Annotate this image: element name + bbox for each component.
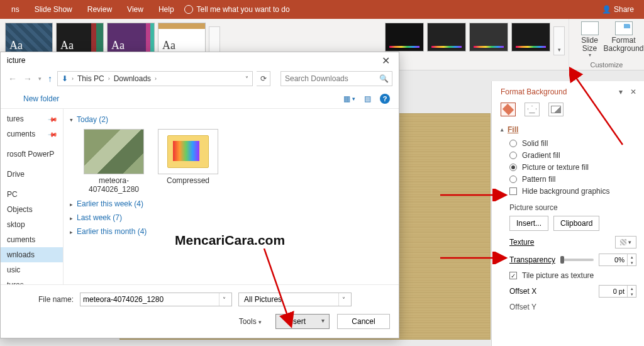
help-icon[interactable]: ? <box>380 94 390 104</box>
variant-thumb[interactable] <box>427 23 466 52</box>
sidebar-item[interactable]: tures📌 <box>1 111 63 126</box>
pin-icon: 📌 <box>48 129 58 139</box>
panel-dropdown-icon[interactable]: ▾ <box>619 87 623 96</box>
section-fill[interactable]: Fill <box>501 125 636 134</box>
variant-thumb[interactable] <box>385 23 424 52</box>
offset-y-label: Offset Y <box>509 303 536 311</box>
file-item[interactable]: meteora-4074026_1280 <box>84 129 144 194</box>
format-background-label: Format Background <box>603 36 643 53</box>
sidebar-item[interactable]: sktop <box>1 217 63 232</box>
new-folder-button[interactable]: New folder <box>9 94 59 103</box>
nav-fwd-icon[interactable]: → <box>22 74 33 84</box>
breadcrumb[interactable]: ⬇ › This PC › Downloads › ˅ <box>57 71 253 86</box>
insert-picture-dialog: icture ✕ ← → ▾ ↑ ⬇ › This PC › Downloads… <box>0 52 399 338</box>
downloads-folder-icon: ⬇ <box>62 74 68 83</box>
format-background-button[interactable]: Format Background <box>609 21 639 59</box>
view-mode-dropdown[interactable]: ▦ ▾ <box>343 94 355 103</box>
sidebar-item[interactable]: tures <box>1 277 63 284</box>
lightbulb-icon <box>184 5 193 14</box>
sidebar-item[interactable]: cuments <box>1 232 63 247</box>
chevron-down-icon[interactable]: ˅ <box>338 293 348 306</box>
file-item[interactable]: Compressed <box>158 129 218 194</box>
close-icon[interactable]: ✕ <box>379 55 392 67</box>
transparency-label: Transparency <box>509 255 555 264</box>
panel-title: Format Background <box>501 87 567 96</box>
sidebar-item[interactable]: cuments📌 <box>1 126 63 142</box>
sidebar-item[interactable]: usic <box>1 262 63 277</box>
folder-icon <box>158 129 218 174</box>
preview-pane-button[interactable]: ▤ <box>364 94 371 103</box>
group-last-week[interactable]: ▸Last week (7) <box>70 213 392 222</box>
offset-x-label: Offset X <box>509 287 536 296</box>
chevron-right-icon: › <box>72 75 74 82</box>
ribbon-tab[interactable]: ns <box>4 0 27 19</box>
filename-label: File name: <box>38 295 74 304</box>
chevron-down-icon[interactable]: ▾ <box>37 75 43 82</box>
breadcrumb-seg[interactable]: Downloads <box>114 74 151 83</box>
variant-thumb[interactable] <box>511 23 550 52</box>
fill-tab-icon[interactable] <box>501 103 516 116</box>
effects-tab-icon[interactable] <box>525 103 540 116</box>
chevron-down-icon[interactable]: ˅ <box>219 293 229 306</box>
check-hide-graphics[interactable]: Hide background graphics <box>509 187 636 196</box>
theme-aa: Aa <box>162 39 175 52</box>
search-input[interactable]: 🔍 <box>280 71 392 86</box>
tell-me-label: Tell me what you want to do <box>197 5 290 14</box>
file-name: meteora-4074026_1280 <box>84 177 144 194</box>
image-thumbnail-icon <box>84 129 144 174</box>
ribbon-tab-view[interactable]: View <box>119 0 151 19</box>
group-today[interactable]: ▸Today (2) <box>70 115 392 124</box>
ribbon-tab-help[interactable]: Help <box>151 0 182 19</box>
nav-back-icon[interactable]: ← <box>7 74 18 84</box>
chevron-down-icon[interactable]: ˅ <box>245 75 248 82</box>
file-list: ▸Today (2) meteora-4074026_1280 Compress… <box>64 109 399 284</box>
offset-x-spinner[interactable]: ▴▾ <box>599 285 636 298</box>
nav-up-icon[interactable]: ↑ <box>47 74 53 84</box>
file-type-dropdown[interactable]: All Pictures ˅ <box>238 293 352 306</box>
radio-picture-fill[interactable]: Picture or texture fill <box>509 163 636 172</box>
picture-tab-icon[interactable] <box>548 103 564 116</box>
sidebar-item[interactable]: rosoft PowerP <box>1 147 63 162</box>
ribbon-tab-review[interactable]: Review <box>80 0 119 19</box>
refresh-icon[interactable]: ⟳ <box>257 71 270 86</box>
transparency-spinner[interactable]: ▴▾ <box>599 254 636 266</box>
breadcrumb-seg[interactable]: This PC <box>77 74 104 83</box>
sidebar-item[interactable]: Objects <box>1 202 63 217</box>
variants-more-button[interactable]: ▾ <box>553 26 565 55</box>
variant-thumb[interactable] <box>469 23 508 52</box>
cancel-button[interactable]: Cancel <box>337 314 390 329</box>
radio-gradient-fill[interactable]: Gradient fill <box>509 151 636 160</box>
filename-input[interactable]: ˅ <box>80 293 232 306</box>
insert-button[interactable]: Insert ▾ <box>275 314 330 329</box>
sidebar-item[interactable]: PC <box>1 187 63 202</box>
sidebar-item-downloads[interactable]: wnloads <box>1 247 63 262</box>
chevron-right-icon: › <box>155 75 157 82</box>
group-earlier-week[interactable]: ▸Earlier this week (4) <box>70 199 392 208</box>
tools-dropdown[interactable]: Tools ▾ <box>239 317 262 326</box>
customize-group: Slide Size ▾ Format Background Customize <box>569 19 644 70</box>
texture-label: Texture <box>509 238 534 247</box>
sidebar-item[interactable]: Drive <box>1 167 63 182</box>
tell-me[interactable]: Tell me what you want to do <box>184 5 290 14</box>
share-label: Share <box>614 5 634 14</box>
slide-size-button[interactable]: Slide Size ▾ <box>575 21 605 59</box>
ribbon-tab-slideshow[interactable]: Slide Show <box>27 0 80 19</box>
panel-close-icon[interactable]: ✕ <box>630 87 636 96</box>
radio-pattern-fill[interactable]: Pattern fill <box>509 175 636 184</box>
check-tile[interactable]: Tile picture as texture <box>509 271 636 280</box>
texture-dropdown[interactable]: ▾ <box>615 236 636 248</box>
share-button[interactable]: 👤 Share <box>602 5 640 14</box>
clipboard-button[interactable]: Clipboard <box>553 216 599 231</box>
chevron-down-icon[interactable]: ▾ <box>316 315 329 328</box>
dialog-title: icture <box>7 56 25 65</box>
transparency-slider[interactable] <box>560 259 594 261</box>
theme-aa: Aa <box>60 39 74 52</box>
search-icon: 🔍 <box>379 74 389 83</box>
theme-aa: Aa <box>9 39 23 52</box>
radio-solid-fill[interactable]: Solid fill <box>509 139 636 148</box>
slide-size-label: Slide Size <box>581 36 598 53</box>
insert-picture-button[interactable]: Insert... <box>509 216 548 231</box>
pin-icon: 📌 <box>48 114 58 124</box>
share-icon: 👤 <box>602 5 611 14</box>
slide-size-icon <box>581 21 599 35</box>
